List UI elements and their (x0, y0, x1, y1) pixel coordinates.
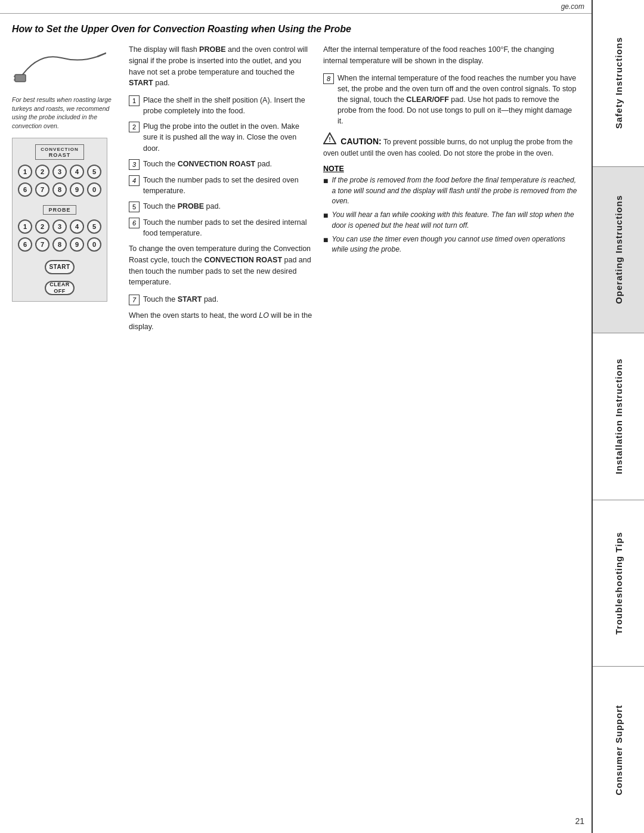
caution-icon: ! (323, 132, 339, 144)
key-p5: 5 (87, 219, 101, 234)
keypad-row-1: 1 2 3 4 5 (18, 165, 101, 179)
key-p2: 2 (35, 219, 49, 234)
note-section: NOTE ■ If the probe is removed from the … (323, 165, 578, 255)
key-0: 0 (87, 182, 101, 197)
caution-title: CAUTION: (340, 137, 381, 146)
right-sidebar: Safety Instructions Operating Instructio… (592, 0, 644, 833)
right-intro: After the internal temperature of the fo… (323, 44, 578, 67)
key-9: 9 (70, 182, 84, 197)
note-1: ■ If the probe is removed from the food … (323, 175, 578, 206)
sidebar-section-safety: Safety Instructions (593, 0, 644, 167)
note-1-bullet: ■ (323, 175, 328, 206)
sidebar-label-safety: Safety Instructions (614, 37, 624, 129)
key-7: 7 (35, 182, 49, 197)
key-p0: 0 (87, 237, 101, 252)
sidebar-label-installation: Installation Instructions (614, 358, 624, 474)
key-1: 1 (18, 165, 32, 179)
keypad-convection-label: Convection Convection Roast Roast (35, 144, 83, 160)
step-3-num: 3 (129, 159, 140, 170)
caution-box: ! CAUTION: To prevent possible burns, do… (323, 132, 578, 159)
probe-caption: For best results when roasting large tur… (12, 95, 119, 131)
step-2-text: Plug the probe into the outlet in the ov… (143, 121, 314, 153)
key-3: 3 (52, 165, 67, 179)
keypad-convection: Convection Convection Roast Roast 1 2 3 … (12, 138, 107, 302)
step-2: 2 Plug the probe into the outlet in the … (129, 121, 314, 153)
key-p8: 8 (52, 237, 67, 252)
caution-text: ! CAUTION: To prevent possible burns, do… (323, 132, 578, 159)
left-column: For best results when roasting large tur… (12, 44, 119, 833)
sidebar-label-operating: Operating Instructions (614, 195, 624, 304)
step-2-num: 2 (129, 122, 140, 132)
note-label: NOTE (323, 165, 578, 173)
page-title: How to Set the Upper Oven for Convection… (12, 24, 578, 35)
svg-text:!: ! (329, 136, 331, 143)
top-bar: ge.com (0, 0, 644, 14)
svg-line-0 (97, 53, 106, 57)
keypad-row-4: 6 7 8 9 0 (18, 237, 101, 252)
note-3: ■ You can use the timer even though you … (323, 234, 578, 255)
right-column: After the internal temperature of the fo… (323, 44, 578, 833)
sidebar-label-troubleshooting: Troubleshooting Tips (614, 532, 624, 634)
note-2-text: You will hear a fan while cooking with t… (332, 210, 578, 231)
step-6-text: Touch the number pads to set the desired… (143, 217, 314, 239)
step-1-text: Place the shelf in the shelf position (A… (143, 95, 314, 116)
key-4: 4 (70, 165, 84, 179)
start-button[interactable]: Start (45, 260, 75, 274)
step-4: 4 Touch the number pads to set the desir… (129, 175, 314, 196)
key-p1: 1 (18, 219, 32, 234)
step-3-text: Touch the CONVECTION ROAST pad. (143, 159, 272, 169)
step-6: 6 Touch the number pads to set the desir… (129, 217, 314, 239)
svg-rect-1 (15, 75, 26, 82)
step-8-text: When the internal temperature of the foo… (338, 73, 578, 127)
key-p7: 7 (35, 237, 49, 252)
step-1-num: 1 (129, 95, 140, 106)
step-8: 8 When the internal temperature of the f… (323, 73, 578, 127)
key-p6: 6 (18, 237, 32, 252)
probe-illustration (14, 46, 106, 91)
key-8: 8 (52, 182, 67, 197)
clear-button[interactable]: ClearOff (45, 281, 75, 295)
content-area: For best results when roasting large tur… (0, 44, 590, 833)
keypad-row-2: 6 7 8 9 0 (18, 182, 101, 197)
step-3: 3 Touch the CONVECTION ROAST pad. (129, 159, 314, 170)
note-2-bullet: ■ (323, 209, 328, 231)
step-5: 5 Touch the PROBE pad. (129, 201, 314, 212)
key-6: 6 (18, 182, 32, 197)
step-5-num: 5 (129, 202, 140, 212)
key-p4: 4 (70, 219, 84, 234)
sidebar-section-installation: Installation Instructions (593, 333, 644, 500)
note-2: ■ You will hear a fan while cooking with… (323, 210, 578, 231)
note-3-text: You can use the timer even though you ca… (332, 234, 578, 255)
main-content: How to Set the Upper Oven for Convection… (0, 17, 590, 833)
page-header: How to Set the Upper Oven for Convection… (0, 17, 590, 44)
sidebar-section-troubleshooting: Troubleshooting Tips (593, 500, 644, 667)
site-url: ge.com (561, 2, 584, 11)
step-5-text: Touch the PROBE pad. (143, 201, 221, 212)
keypad-probe-label: Probe (43, 205, 76, 215)
note-3-bullet: ■ (323, 234, 328, 255)
lo-text: When the oven starts to heat, the word L… (129, 310, 314, 333)
key-p3: 3 (52, 219, 67, 234)
page-number: 21 (575, 816, 584, 826)
step-8-num: 8 (323, 73, 334, 84)
step-7: 7 Touch the START pad. (129, 294, 314, 305)
sidebar-section-consumer: Consumer Support (593, 667, 644, 833)
change-temp-text: To change the oven temperature during th… (129, 243, 314, 288)
step-7-num: 7 (129, 295, 140, 305)
probe-image (12, 44, 107, 92)
step-1: 1 Place the shelf in the shelf position … (129, 95, 314, 116)
step-6-num: 6 (129, 218, 140, 228)
key-5: 5 (87, 165, 101, 179)
middle-intro: The display will flash PROBE and the ove… (129, 44, 314, 89)
step-4-num: 4 (129, 175, 140, 186)
step-7-text: Touch the START pad. (143, 294, 218, 305)
sidebar-label-consumer: Consumer Support (614, 705, 624, 795)
key-2: 2 (35, 165, 49, 179)
note-1-text: If the probe is removed from the food be… (332, 175, 578, 206)
keypad-row-3: 1 2 3 4 5 (18, 219, 101, 234)
sidebar-section-operating: Operating Instructions (593, 167, 644, 334)
key-p9: 9 (70, 237, 84, 252)
step-4-text: Touch the number pads to set the desired… (143, 175, 314, 196)
middle-column: The display will flash PROBE and the ove… (129, 44, 314, 833)
